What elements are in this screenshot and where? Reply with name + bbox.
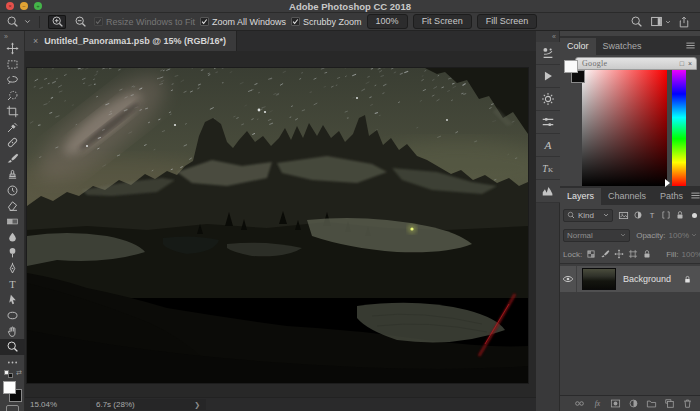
tool-hand[interactable] — [0, 323, 25, 339]
swap-colors-icon[interactable]: ⇄ — [16, 369, 22, 377]
dock-panel-brush-settings[interactable] — [536, 42, 560, 65]
layer-style-icon[interactable]: fx — [592, 398, 603, 409]
resize-windows-checkbox: Resize Windows to Fit — [94, 17, 195, 27]
tool-move[interactable] — [0, 41, 25, 57]
new-layer-icon[interactable] — [664, 398, 675, 409]
panel-foreground-swatch[interactable] — [564, 60, 578, 73]
layer-visibility-toggle[interactable] — [560, 266, 577, 292]
tab-color[interactable]: Color — [560, 38, 596, 55]
filter-smart-objects-icon[interactable] — [675, 210, 685, 220]
fill-screen-button[interactable]: Fill Screen — [477, 14, 538, 29]
filter-kind-dropdown[interactable]: Kind — [563, 209, 613, 222]
filter-type-layers-icon[interactable]: T — [647, 210, 657, 220]
zoom-all-windows-checkbox[interactable]: Zoom All Windows — [200, 17, 286, 27]
status-zoom-field[interactable]: 15.04% — [30, 400, 76, 409]
tool-marquee[interactable] — [0, 57, 25, 73]
fill-value[interactable]: 100% — [682, 250, 700, 259]
google-floating-window[interactable]: Google □ × — [575, 57, 697, 70]
canvas-image[interactable] — [27, 68, 528, 383]
lock-pixels-icon[interactable] — [600, 249, 610, 259]
tool-crop[interactable] — [0, 104, 25, 120]
document-tab-title: Untitled_Panorama1.psb @ 15% (RGB/16*) — [44, 36, 226, 46]
search-icon[interactable] — [630, 15, 643, 28]
zoom-window-button[interactable]: + — [34, 2, 42, 10]
toolbar-collapse-button[interactable]: » — [0, 31, 24, 41]
zoom-in-button[interactable] — [48, 15, 66, 29]
tool-eraser[interactable] — [0, 198, 25, 214]
hue-slider-marker[interactable] — [665, 179, 670, 187]
tool-blur[interactable] — [0, 229, 25, 245]
adjustment-layer-icon[interactable] — [628, 398, 639, 409]
lock-artboard-icon[interactable] — [628, 249, 638, 259]
add-mask-icon[interactable] — [610, 398, 621, 409]
default-swap-colors[interactable]: ⇄ — [0, 369, 25, 379]
tab-channels[interactable]: Channels — [601, 188, 653, 205]
tab-layers[interactable]: Layers — [560, 188, 601, 205]
tool-shape[interactable] — [0, 308, 25, 324]
dock-panel-histogram[interactable] — [536, 180, 560, 203]
status-info[interactable]: 6.7s (28%) ❯ — [90, 399, 206, 410]
lock-position-icon[interactable] — [614, 249, 624, 259]
tool-gradient[interactable] — [0, 214, 25, 230]
dock-collapse-button[interactable]: « — [536, 31, 559, 42]
tool-eyedropper[interactable] — [0, 119, 25, 135]
filter-adjustment-layers-icon[interactable] — [633, 210, 643, 220]
tool-history-brush[interactable] — [0, 182, 25, 198]
tool-dodge[interactable] — [0, 245, 25, 261]
photoshop-window: × − + Adobe Photoshop CC 2018 Resize Win… — [0, 0, 700, 411]
chevron-down-icon — [691, 232, 697, 238]
canvas-pasteboard[interactable] — [25, 51, 536, 397]
lock-transparency-icon[interactable] — [586, 249, 596, 259]
status-menu-chevron-icon[interactable]: ❯ — [194, 401, 200, 409]
zoom-out-button[interactable] — [71, 15, 89, 29]
blend-mode-dropdown[interactable]: Normal — [563, 229, 630, 242]
tool-brush[interactable] — [0, 151, 25, 167]
dock-panel-adjustments[interactable] — [536, 88, 560, 111]
opacity-value[interactable]: 100% — [669, 231, 697, 240]
hand-icon — [6, 325, 19, 338]
tool-lasso[interactable] — [0, 72, 25, 88]
color-field[interactable] — [582, 68, 667, 186]
document-tab[interactable]: × Untitled_Panorama1.psb @ 15% (RGB/16*) — [25, 31, 237, 51]
lock-all-icon[interactable] — [642, 249, 652, 259]
zoom-100-button[interactable]: 100% — [367, 14, 408, 29]
tool-object-selection[interactable] — [0, 88, 25, 104]
google-window-close-button[interactable]: × — [688, 60, 692, 67]
tool-path-selection[interactable] — [0, 292, 25, 308]
link-layers-icon[interactable] — [574, 398, 585, 409]
close-tab-icon[interactable]: × — [33, 36, 38, 46]
delete-layer-icon[interactable] — [682, 398, 693, 409]
panel-menu-icon[interactable] — [690, 190, 700, 201]
tab-paths[interactable]: Paths — [653, 188, 690, 205]
screen-mode-button[interactable] — [6, 405, 19, 411]
dock-panel-glyphs[interactable]: A — [536, 134, 560, 157]
minimize-window-button[interactable]: − — [20, 2, 28, 10]
filter-shape-layers-icon[interactable] — [661, 210, 671, 220]
filter-toggle[interactable] — [692, 213, 697, 218]
character-icon: TK — [541, 161, 555, 175]
dock-panel-sliders[interactable] — [536, 111, 560, 134]
panel-menu-icon[interactable] — [685, 40, 696, 51]
tool-preset-chevron-icon[interactable] — [24, 18, 31, 25]
tool-pen[interactable] — [0, 261, 25, 277]
workspace-switcher[interactable] — [650, 15, 671, 28]
scrubby-zoom-checkbox[interactable]: Scrubby Zoom — [291, 17, 362, 27]
tool-healing[interactable] — [0, 135, 25, 151]
dock-panel-character[interactable]: TK — [536, 157, 560, 180]
tab-swatches[interactable]: Swatches — [596, 38, 649, 55]
layer-row-background[interactable]: Background — [560, 266, 700, 292]
close-window-button[interactable]: × — [6, 2, 14, 10]
layers-panel: Layers Channels Paths Kind T — [560, 186, 700, 411]
foreground-color-swatch[interactable] — [3, 381, 16, 394]
filter-pixel-layers-icon[interactable] — [618, 210, 629, 221]
hue-slider[interactable] — [672, 68, 686, 186]
dock-panel-actions[interactable] — [536, 65, 560, 88]
fit-screen-button[interactable]: Fit Screen — [413, 14, 472, 29]
tool-clone-stamp[interactable] — [0, 167, 25, 183]
tool-type[interactable]: T — [0, 276, 25, 292]
new-group-icon[interactable] — [646, 398, 657, 409]
layer-thumbnail[interactable] — [582, 268, 616, 290]
share-icon[interactable] — [678, 16, 690, 28]
google-window-maximize-button[interactable]: □ — [680, 60, 684, 67]
tool-zoom[interactable] — [0, 339, 25, 355]
